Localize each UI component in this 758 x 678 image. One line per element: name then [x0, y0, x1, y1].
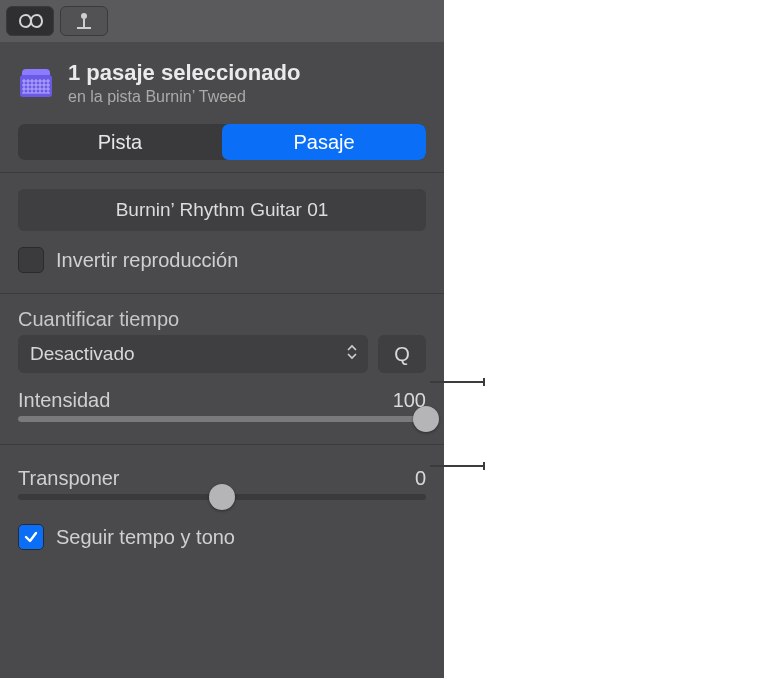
- strength-label: Intensidad: [18, 389, 374, 412]
- inspector-mode-loop-button[interactable]: [6, 6, 54, 36]
- callout-line-q: [430, 381, 484, 383]
- quantize-value: Desactivado: [30, 343, 135, 365]
- mixer-icon: [73, 11, 95, 31]
- transpose-thumb[interactable]: [209, 484, 235, 510]
- check-icon: [23, 529, 39, 545]
- follow-checkbox[interactable]: [18, 524, 44, 550]
- follow-label: Seguir tempo y tono: [56, 526, 426, 549]
- track-icon: [18, 67, 54, 99]
- inspector-mode-mixer-button[interactable]: [60, 6, 108, 36]
- reverse-row: Invertir reproducción: [0, 231, 444, 289]
- toolbar: [0, 0, 444, 42]
- callout-line-strength: [430, 465, 484, 467]
- reverse-checkbox[interactable]: [18, 247, 44, 273]
- region-name-field[interactable]: Burnin’ Rhythm Guitar 01: [18, 189, 426, 231]
- loop-icon: [17, 12, 43, 30]
- strength-slider[interactable]: [18, 416, 426, 422]
- header-title: 1 pasaje seleccionado: [68, 60, 300, 86]
- region-inspector-panel: 1 pasaje seleccionado en la pista Burnin…: [0, 0, 444, 678]
- svg-point-0: [81, 13, 87, 19]
- transpose-slider[interactable]: [18, 494, 426, 500]
- quantize-q-button[interactable]: Q: [378, 335, 426, 373]
- header-subtitle: en la pista Burnin’ Tweed: [68, 88, 300, 106]
- strength-thumb[interactable]: [413, 406, 439, 432]
- svg-rect-2: [77, 27, 91, 29]
- reverse-label: Invertir reproducción: [56, 249, 426, 272]
- quantize-label: Cuantificar tiempo: [0, 298, 444, 331]
- chevron-updown-icon: [346, 343, 358, 365]
- quantize-dropdown[interactable]: Desactivado: [18, 335, 368, 373]
- header: 1 pasaje seleccionado en la pista Burnin…: [0, 42, 444, 116]
- tab-track[interactable]: Pista: [18, 124, 222, 160]
- tab-region[interactable]: Pasaje: [222, 124, 426, 160]
- track-region-segmented[interactable]: Pista Pasaje: [18, 124, 426, 160]
- transpose-value: 0: [386, 467, 426, 490]
- follow-row: Seguir tempo y tono: [0, 518, 444, 566]
- transpose-label: Transponer: [18, 467, 374, 490]
- svg-rect-1: [83, 19, 85, 27]
